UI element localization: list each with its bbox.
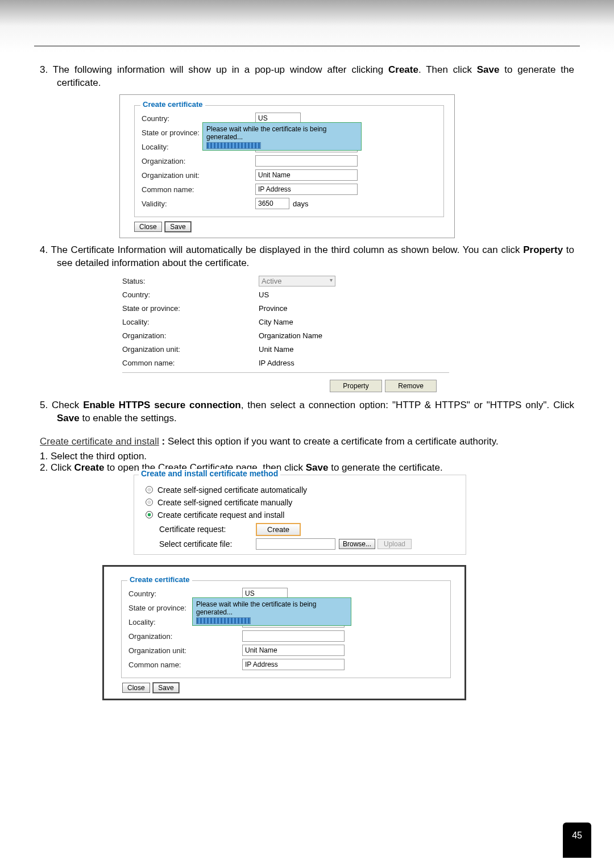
status-label: Status: [122,277,259,285]
step-5: 5. Check Enable HTTPS secure connection,… [40,399,574,425]
orgunit-label: Organization unit: [142,171,233,180]
popup-text: Please wait while the certificate is bei… [206,125,358,141]
orgunit-value: Unit Name [259,345,293,354]
progress-bar-icon [206,142,261,149]
close-button[interactable]: Close [122,683,150,693]
locality-label: Locality: [122,318,259,326]
property-button[interactable]: Property [330,380,381,392]
method-screenshot: Create and install certificate method Cr… [134,475,466,555]
country-label: Country: [142,114,233,123]
create-certificate-screenshot-2: Create certificate Country: State or pro… [102,565,466,700]
radio-request[interactable]: Create certificate request and install [146,510,455,520]
validity-label: Validity: [142,200,233,208]
certreq-label: Certificate request: [159,525,256,534]
step-text: The following information will show up i… [53,64,388,75]
orgunit-label: Organization unit: [122,345,259,354]
generating-popup: Please wait while the certificate is bei… [202,122,362,151]
substep-1: 1. Select the third option. [40,451,574,462]
org-input[interactable] [242,630,345,642]
generating-popup: Please wait while the certificate is bei… [192,597,351,626]
country-label: Country: [122,290,259,299]
state-label: State or province: [122,304,259,313]
validity-unit: days [293,200,308,208]
org-label: Organization: [142,157,233,165]
fieldset-legend: Create certificate [140,100,205,109]
upload-button[interactable]: Upload [377,539,412,549]
create-button[interactable]: Create [256,523,301,536]
common-label: Common name: [142,185,233,194]
common-value: IP Address [259,359,294,367]
fieldset-legend: Create certificate [127,575,192,584]
country-value: US [259,290,269,299]
selectfile-label: Select certificate file: [159,539,256,549]
link-create-install: Create certificate and install [40,436,159,447]
remove-button[interactable]: Remove [385,380,437,392]
common-input[interactable] [242,659,345,670]
save-button[interactable]: Save [153,683,179,693]
step-num: 3. [40,64,48,75]
bold-save: Save [477,64,500,75]
page-number: 45 [563,823,591,858]
radio-auto[interactable]: Create self-signed certificate automatic… [146,485,455,495]
common-input[interactable] [255,184,358,195]
status-dropdown[interactable]: Active [259,276,335,286]
radio-manual[interactable]: Create self-signed certificate manually [146,498,455,507]
state-value: Province [259,304,288,313]
progress-bar-icon [196,617,251,624]
save-button[interactable]: Save [165,222,190,232]
validity-input[interactable] [255,198,289,209]
browse-button[interactable]: Browse... [339,539,375,549]
file-input[interactable] [256,538,335,550]
header-divider [34,45,580,47]
radio-icon [146,486,153,493]
radio-icon [146,511,153,518]
step-3: 3. The following information will show u… [40,64,574,90]
orgunit-input[interactable] [255,169,358,181]
method-legend: Create and install certificate method [139,469,280,478]
orgunit-input[interactable] [242,645,345,656]
bold-create: Create [388,64,418,75]
radio-icon [146,499,153,506]
common-label: Common name: [122,359,259,367]
org-value: Organization Name [259,331,322,340]
org-label: Organization: [122,331,259,340]
create-certificate-screenshot-1: Create certificate Country: State or pro… [119,94,455,238]
certificate-info-screenshot: Status:Active Country:US State or provin… [122,275,449,393]
close-button[interactable]: Close [134,222,162,232]
section-create-install: Create certificate and install : Select … [40,435,574,448]
org-input[interactable] [255,155,358,167]
locality-value: City Name [259,318,293,326]
substep-2: 2. Click Create to open the Create Certi… [40,462,574,474]
step-4: 4. The Certificate Information will auto… [40,244,574,270]
